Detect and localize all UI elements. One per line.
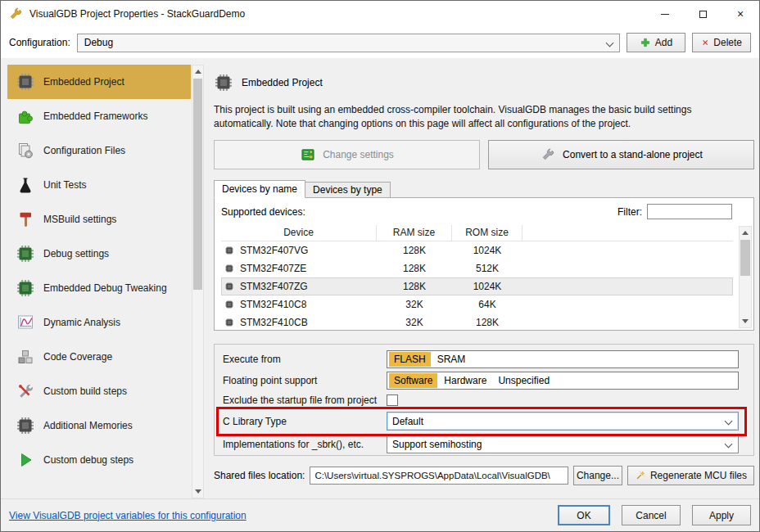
- sidebar-item-dynamic-analysis[interactable]: Dynamic Analysis: [7, 305, 191, 340]
- c-library-type-combo[interactable]: Default: [387, 412, 739, 431]
- project-variables-link[interactable]: View VisualGDB project variables for thi…: [9, 510, 247, 521]
- sidebar-item-additional-memories[interactable]: Additional Memories: [7, 408, 191, 443]
- title-bar: VisualGDB Project Properties - StackGuar…: [1, 1, 759, 27]
- filter-label: Filter:: [618, 206, 642, 218]
- green-chip-icon: [16, 244, 35, 264]
- sidebar-item-configuration-files[interactable]: Configuration Files: [7, 133, 191, 168]
- filter-input[interactable]: [647, 204, 732, 219]
- configuration-row: Configuration: Debug Add Delete: [1, 27, 759, 58]
- fpu-option-unspecified[interactable]: Unspecified: [493, 373, 554, 388]
- scroll-up-icon[interactable]: [740, 227, 751, 239]
- chip-icon: [214, 73, 233, 92]
- tab-devices-by-name[interactable]: Devices by name: [214, 180, 305, 198]
- execute-from-option-flash[interactable]: FLASH: [389, 352, 431, 367]
- table-row[interactable]: STM32F410CB 32K 128K: [221, 313, 733, 331]
- device-rom: 64K: [452, 299, 522, 310]
- device-rom: 128K: [452, 317, 522, 328]
- chevron-down-icon: [606, 38, 614, 47]
- scrollbar-thumb[interactable]: [193, 79, 202, 290]
- device-name: STM32F410C8: [240, 299, 306, 310]
- shared-files-label: Shared files location:: [214, 470, 305, 481]
- fpu-option-hardware[interactable]: Hardware: [439, 373, 491, 388]
- page-title: Embedded Project: [242, 77, 323, 88]
- scroll-down-icon[interactable]: [192, 485, 203, 498]
- device-name: STM32F407ZE: [240, 263, 306, 274]
- execute-from-option-sram[interactable]: SRAM: [432, 352, 471, 367]
- settings-panel: Execute from FLASH SRAM Floating point s…: [214, 344, 754, 456]
- page-description: This project is built using an embedded …: [214, 103, 749, 131]
- sidebar-scrollbar[interactable]: [192, 65, 204, 498]
- sidebar-item-code-coverage[interactable]: Code Coverage: [7, 340, 191, 374]
- sidebar-item-embedded-frameworks[interactable]: Embedded Frameworks: [7, 99, 191, 133]
- chip-icon: [224, 246, 234, 255]
- cancel-button[interactable]: Cancel: [622, 505, 681, 525]
- chip-icon: [224, 264, 234, 273]
- device-ram: 32K: [377, 317, 452, 328]
- ok-button[interactable]: OK: [558, 505, 610, 525]
- sbrk-value: Support semihosting: [392, 439, 482, 450]
- device-ram: 128K: [377, 281, 452, 292]
- regenerate-mcu-files-button[interactable]: Regenerate MCU files: [627, 466, 754, 485]
- minimize-button[interactable]: [646, 1, 684, 27]
- device-ram: 128K: [377, 263, 452, 274]
- plus-icon: [640, 37, 651, 48]
- sidebar-item-msbuild-settings[interactable]: MSBuild settings: [7, 202, 191, 237]
- device-rom: 512K: [452, 263, 522, 274]
- sidebar-item-custom-build-steps[interactable]: Custom build steps: [7, 374, 191, 408]
- window-title: VisualGDB Project Properties - StackGuar…: [29, 8, 245, 20]
- sbrk-combo[interactable]: Support semihosting: [387, 435, 739, 453]
- delete-button[interactable]: Delete: [692, 33, 751, 52]
- minimize-icon: [661, 14, 669, 15]
- dialog-window: VisualGDB Project Properties - StackGuar…: [0, 0, 760, 532]
- execute-from-field[interactable]: FLASH SRAM: [387, 350, 739, 368]
- sidebar-item-embedded-project[interactable]: Embedded Project: [7, 65, 191, 99]
- execute-from-label: Execute from: [223, 354, 387, 365]
- scroll-down-icon[interactable]: [740, 315, 751, 327]
- configuration-combo[interactable]: Debug: [77, 34, 620, 52]
- change-location-button[interactable]: Change...: [573, 466, 622, 485]
- shared-files-input[interactable]: [310, 467, 568, 485]
- puzzle-icon: [16, 106, 35, 126]
- green-chip-icon: [16, 278, 35, 298]
- scroll-up-icon[interactable]: [192, 65, 203, 78]
- add-button[interactable]: Add: [627, 33, 685, 52]
- device-rom: 1024K: [452, 281, 522, 292]
- maximize-icon: [699, 11, 707, 18]
- device-table: Device RAM size ROM size STM32F407VG 128…: [221, 225, 733, 331]
- c-library-type-label: C Library Type: [223, 416, 387, 427]
- table-row-selected[interactable]: STM32F407ZG 128K 1024K: [221, 277, 733, 295]
- table-row[interactable]: STM32F407VG 128K 1024K: [221, 241, 733, 259]
- change-settings-button[interactable]: Change settings: [214, 140, 480, 169]
- close-button[interactable]: ×: [722, 1, 759, 27]
- c-library-type-value: Default: [392, 416, 423, 427]
- sidebar-item-debug-settings[interactable]: Debug settings: [7, 237, 191, 271]
- apply-button[interactable]: Apply: [692, 505, 751, 525]
- visualgdb-logo-icon: [7, 6, 24, 22]
- chip-icon: [224, 300, 234, 309]
- tab-devices-by-type[interactable]: Devices by type: [305, 182, 391, 198]
- sidebar-item-embedded-debug-tweaking[interactable]: Embedded Debug Tweaking: [7, 271, 191, 305]
- table-row[interactable]: STM32F407ZE 128K 512K: [221, 259, 733, 277]
- fpu-option-software[interactable]: Software: [389, 373, 437, 388]
- devices-panel: Supported devices: Filter: Device RAM si…: [214, 197, 754, 331]
- flask-icon: [16, 175, 35, 195]
- sidebar-item-unit-tests[interactable]: Unit Tests: [7, 168, 191, 202]
- maximize-button[interactable]: [684, 1, 722, 27]
- chip-icon: [16, 416, 35, 435]
- x-icon: [701, 37, 709, 48]
- exclude-startup-checkbox[interactable]: [387, 394, 398, 406]
- fpu-field[interactable]: Software Hardware Unspecified: [387, 372, 739, 390]
- configuration-label: Configuration:: [9, 37, 70, 48]
- main-panel: Embedded Project This project is built u…: [214, 65, 754, 500]
- sidebar-item-custom-debug-steps[interactable]: Custom debug steps: [7, 443, 191, 477]
- chip-icon: [224, 318, 234, 327]
- device-name: STM32F407VG: [240, 245, 308, 256]
- convert-standalone-button[interactable]: Convert to a stand-alone project: [488, 140, 754, 169]
- close-icon: ×: [737, 7, 744, 20]
- device-rom: 1024K: [452, 245, 522, 256]
- table-row[interactable]: STM32F410C8 32K 64K: [221, 295, 733, 313]
- play-icon: [16, 450, 35, 470]
- table-scrollbar[interactable]: [739, 226, 752, 328]
- wand-icon: [635, 470, 646, 481]
- scrollbar-thumb[interactable]: [740, 240, 750, 276]
